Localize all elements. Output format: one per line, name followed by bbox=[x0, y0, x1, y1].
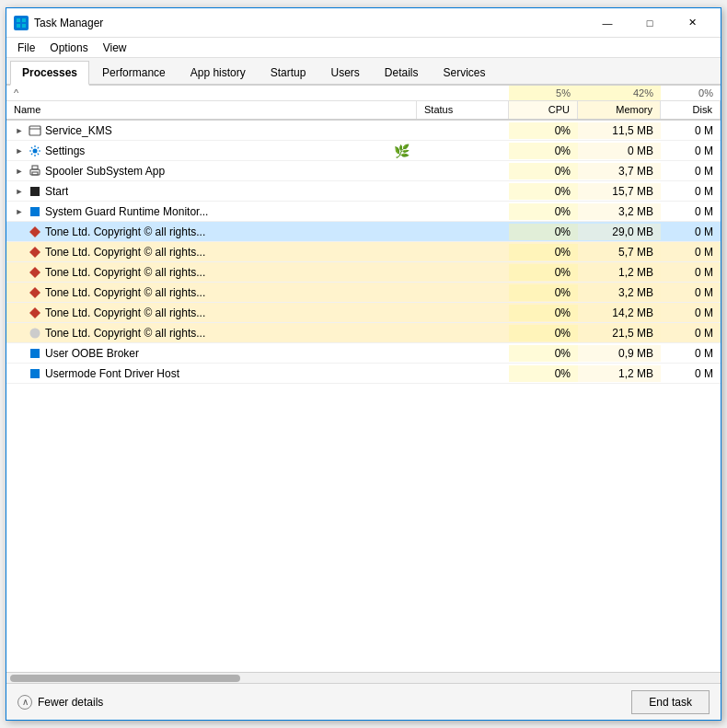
table-row[interactable]: ► Service_KMS 0% 11,5 MB 0 M bbox=[6, 121, 721, 141]
process-label: Usermode Font Driver Host bbox=[45, 367, 179, 380]
process-label: Tone Ltd. Copyright © all rights... bbox=[45, 327, 205, 340]
cpu-cell: 0% bbox=[509, 325, 578, 341]
col-header-memory[interactable]: Memory bbox=[578, 101, 661, 119]
process-label: Tone Ltd. Copyright © all rights... bbox=[45, 266, 205, 279]
col-header-cpu[interactable]: CPU bbox=[509, 101, 578, 119]
leaf-icon: 🌿 bbox=[394, 144, 410, 158]
menu-file[interactable]: File bbox=[10, 40, 42, 56]
table-row[interactable]: ► Spooler SubSystem App 0% 3,7 MB 0 M bbox=[6, 161, 721, 181]
table-row[interactable]: ► System Guard Runtime Monitor... 0% 3,2… bbox=[6, 202, 721, 222]
disk-cell: 0 M bbox=[661, 365, 721, 382]
collapse-icon: ∧ bbox=[17, 695, 32, 710]
expand-icon[interactable]: ► bbox=[14, 186, 25, 197]
status-cell bbox=[417, 311, 509, 315]
diamond-icon bbox=[29, 266, 41, 279]
col-header-disk[interactable]: Disk bbox=[661, 101, 721, 119]
end-task-button[interactable]: End task bbox=[631, 690, 710, 714]
memory-cell: 1,2 MB bbox=[578, 264, 661, 281]
tab-startup[interactable]: Startup bbox=[259, 61, 318, 84]
memory-cell: 3,2 MB bbox=[578, 203, 661, 220]
sort-indicator-row: ^ 5% 42% 0% bbox=[6, 86, 721, 101]
expand-icon[interactable]: ► bbox=[14, 206, 25, 217]
svg-marker-12 bbox=[29, 226, 40, 237]
close-button[interactable]: ✕ bbox=[671, 8, 713, 38]
table-row[interactable]: ► Tone Ltd. Copyright © all rights... 0%… bbox=[6, 323, 721, 343]
tab-services[interactable]: Services bbox=[432, 61, 498, 84]
disk-cell: 0 M bbox=[661, 325, 721, 341]
cpu-cell: 0% bbox=[509, 305, 578, 321]
maximize-button[interactable]: □ bbox=[629, 8, 671, 38]
gear-icon bbox=[29, 144, 41, 157]
tab-details[interactable]: Details bbox=[373, 61, 431, 84]
disk-cell: 0 M bbox=[661, 264, 721, 281]
table-row[interactable]: ► Usermode Font Driver Host 0% 1,2 MB 0 … bbox=[6, 364, 721, 384]
table-row[interactable]: ► Tone Ltd. Copyright © all rights... 0%… bbox=[6, 222, 721, 242]
process-name-cell: ► Tone Ltd. Copyright © all rights... bbox=[6, 284, 417, 301]
disk-cell: 0 M bbox=[661, 284, 721, 301]
menu-options[interactable]: Options bbox=[42, 40, 95, 56]
process-label: Settings bbox=[45, 144, 85, 157]
horizontal-scrollbar[interactable] bbox=[6, 672, 721, 683]
expand-icon[interactable]: ► bbox=[14, 145, 25, 156]
menu-view[interactable]: View bbox=[96, 40, 134, 56]
process-name-cell: ► Tone Ltd. Copyright © all rights... bbox=[6, 224, 417, 240]
svg-marker-16 bbox=[29, 307, 40, 318]
tab-users[interactable]: Users bbox=[318, 61, 371, 84]
table-row[interactable]: ► Settings 🌿 0% 0 MB 0 M bbox=[6, 141, 721, 161]
tab-processes[interactable]: Processes bbox=[10, 61, 89, 86]
fewer-details-button[interactable]: ∧ Fewer details bbox=[17, 695, 103, 710]
disk-cell: 0 M bbox=[661, 183, 721, 200]
table-row[interactable]: ► Tone Ltd. Copyright © all rights... 0%… bbox=[6, 283, 721, 303]
footer: ∧ Fewer details End task bbox=[6, 683, 721, 720]
memory-sort: 42% bbox=[578, 86, 661, 101]
table-row[interactable]: ► Tone Ltd. Copyright © all rights... 0%… bbox=[6, 303, 721, 323]
process-name-cell: ► Settings 🌿 bbox=[6, 142, 417, 160]
col-header-status[interactable]: Status bbox=[417, 101, 509, 119]
tab-performance[interactable]: Performance bbox=[90, 61, 178, 84]
memory-cell: 14,2 MB bbox=[578, 305, 661, 321]
process-label: User OOBE Broker bbox=[45, 347, 139, 360]
status-cell bbox=[417, 149, 509, 153]
disk-cell: 0 M bbox=[661, 143, 721, 159]
process-table: ^ 5% 42% 0% Name Status CPU Memory Disk bbox=[6, 86, 721, 683]
svg-point-17 bbox=[30, 328, 40, 338]
disk-cell: 0 M bbox=[661, 244, 721, 260]
window-icon bbox=[29, 124, 41, 137]
scrollbar-thumb[interactable] bbox=[10, 675, 240, 682]
memory-cell: 5,7 MB bbox=[578, 244, 661, 260]
expand-icon[interactable]: ► bbox=[14, 166, 25, 177]
diamond-icon bbox=[29, 246, 41, 259]
svg-rect-18 bbox=[30, 349, 40, 358]
cpu-cell: 0% bbox=[509, 284, 578, 301]
status-cell bbox=[417, 190, 509, 193]
menu-bar: File Options View bbox=[6, 38, 721, 58]
table-row[interactable]: ► Tone Ltd. Copyright © all rights... 0%… bbox=[6, 262, 721, 283]
svg-rect-8 bbox=[32, 166, 38, 169]
circle-icon bbox=[29, 327, 41, 340]
process-label: Tone Ltd. Copyright © all rights... bbox=[45, 286, 205, 299]
status-cell bbox=[417, 210, 509, 214]
svg-rect-3 bbox=[22, 24, 26, 28]
cpu-cell: 0% bbox=[509, 183, 578, 200]
process-label: Start bbox=[45, 185, 68, 198]
table-row[interactable]: ► Tone Ltd. Copyright © all rights... 0%… bbox=[6, 242, 721, 262]
process-list[interactable]: ► Service_KMS 0% 11,5 MB 0 M ► bbox=[6, 121, 721, 672]
memory-cell: 21,5 MB bbox=[578, 325, 661, 341]
cpu-sort: 5% bbox=[509, 86, 578, 101]
process-label: Tone Ltd. Copyright © all rights... bbox=[45, 246, 205, 259]
status-cell bbox=[417, 169, 509, 173]
memory-cell: 15,7 MB bbox=[578, 183, 661, 200]
memory-cell: 3,7 MB bbox=[578, 163, 661, 179]
diamond-icon bbox=[29, 306, 41, 319]
table-row[interactable]: ► Start 0% 15,7 MB 0 M bbox=[6, 181, 721, 202]
expand-icon[interactable]: ► bbox=[14, 125, 25, 136]
minimize-button[interactable]: — bbox=[586, 8, 629, 38]
tab-app-history[interactable]: App history bbox=[179, 61, 258, 84]
process-label: Tone Ltd. Copyright © all rights... bbox=[45, 306, 205, 319]
table-row[interactable]: ► User OOBE Broker 0% 0,9 MB 0 M bbox=[6, 343, 721, 364]
process-name-cell: ► Spooler SubSystem App bbox=[6, 163, 417, 179]
process-name-cell: ► Service_KMS bbox=[6, 122, 417, 139]
col-header-name[interactable]: Name bbox=[6, 101, 417, 119]
status-sort bbox=[417, 86, 509, 101]
disk-cell: 0 M bbox=[661, 224, 721, 240]
